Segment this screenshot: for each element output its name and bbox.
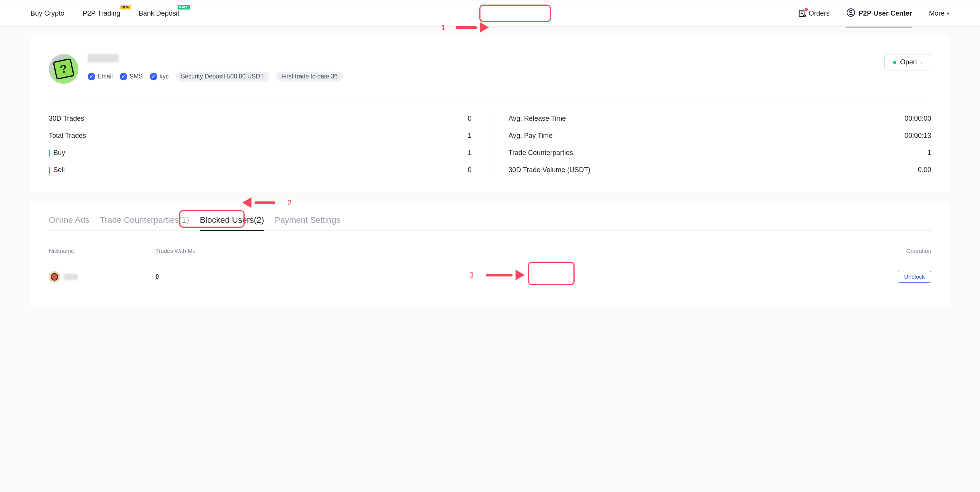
- stat-counterparties: Trade Counterparties1: [509, 149, 932, 157]
- nav-more[interactable]: More ▾: [929, 10, 950, 18]
- verify-sms: ✓SMS: [120, 73, 143, 80]
- stat-label: Avg. Pay Time: [509, 132, 553, 140]
- badge-0fee: 0 FEE: [178, 5, 190, 10]
- nav-buy-crypto[interactable]: Buy Crypto: [30, 10, 64, 18]
- stat-value: 00:00:00: [905, 115, 931, 123]
- col-header-operation: Operation: [886, 248, 931, 254]
- stat-total-trades: Total Trades1: [49, 132, 472, 140]
- orders-icon: [798, 9, 806, 18]
- nav-bank-deposit[interactable]: Bank Deposit 0 FEE: [139, 10, 179, 18]
- nav-p2p-trading-label: P2P Trading: [83, 10, 120, 18]
- svg-point-3: [804, 15, 806, 17]
- tab-blocked-users[interactable]: Blocked Users(2): [200, 215, 264, 225]
- stat-label: Avg. Release Time: [509, 115, 566, 123]
- stat-value: 1: [927, 149, 931, 157]
- col-header-trades: Trades With Me: [155, 248, 886, 254]
- user-icon: [846, 8, 855, 19]
- chevron-right-icon: ›: [921, 59, 922, 65]
- badge-new: NEW: [120, 5, 131, 10]
- table-row: 0 Unblock: [49, 265, 931, 289]
- nav-orders-label: Orders: [809, 10, 829, 18]
- stat-sell: Sell0: [49, 166, 472, 174]
- stat-30d-trades: 30D Trades0: [49, 115, 472, 123]
- tab-online-ads[interactable]: Online Ads: [49, 215, 89, 225]
- tab-payment-settings[interactable]: Payment Settings: [275, 215, 340, 225]
- stat-value: 1: [468, 149, 471, 157]
- first-trade-pill: First trade to date 36: [276, 72, 343, 81]
- active-underline: [200, 230, 264, 231]
- profile-card: ? ✓Email ✓SMS ✓kyc Security Deposit 500.…: [30, 36, 950, 192]
- stat-label: 30D Trade Volume (USDT): [509, 166, 591, 174]
- check-icon: ✓: [150, 73, 157, 80]
- stat-label: Sell: [53, 166, 65, 174]
- nav-bank-deposit-label: Bank Deposit: [139, 10, 179, 18]
- nav-orders[interactable]: Orders: [798, 9, 829, 18]
- nav-more-label: More: [929, 10, 945, 18]
- stat-value: 0: [468, 166, 471, 174]
- status-dot-icon: [893, 61, 896, 64]
- buy-indicator-icon: [49, 150, 50, 157]
- table-header: Nickname Trades With Me Operation: [49, 248, 931, 254]
- unblock-button[interactable]: Unblock: [898, 271, 931, 283]
- open-status-button[interactable]: Open ›: [884, 54, 931, 70]
- stat-label: Buy: [53, 149, 65, 157]
- nickname-redacted: [88, 54, 119, 62]
- stat-30d-volume: 30D Trade Volume (USDT)0.00: [509, 166, 932, 174]
- verify-kyc: ✓kyc: [150, 73, 169, 80]
- tab-trade-counterparties[interactable]: Trade Counterparties(1): [100, 215, 189, 225]
- tabs-row: Online Ads Trade Counterparties(1) Block…: [49, 215, 931, 231]
- sell-indicator-icon: [49, 167, 50, 174]
- active-underline: [846, 27, 912, 27]
- stat-buy: Buy1: [49, 149, 472, 157]
- notification-dot: [805, 8, 808, 11]
- stat-label: Total Trades: [49, 132, 86, 140]
- check-icon: ✓: [120, 73, 127, 80]
- stat-label: 30D Trades: [49, 115, 84, 123]
- nav-p2p-user-center[interactable]: P2P User Center: [843, 6, 915, 21]
- verify-email: ✓Email: [88, 73, 113, 80]
- verify-sms-label: SMS: [130, 73, 143, 80]
- svg-point-5: [850, 10, 852, 13]
- tab-blocked-users-label: Blocked Users(2): [200, 215, 264, 225]
- top-nav: Buy Crypto P2P Trading NEW Bank Deposit …: [0, 0, 980, 27]
- nav-p2p-user-center-label: P2P User Center: [858, 10, 912, 18]
- col-header-nickname: Nickname: [49, 248, 155, 254]
- verify-kyc-label: kyc: [160, 73, 169, 80]
- row-avatar: [49, 271, 60, 283]
- stat-avg-release: Avg. Release Time00:00:00: [509, 115, 932, 123]
- avatar: ?: [49, 54, 78, 84]
- stat-avg-pay: Avg. Pay Time00:00:13: [509, 132, 932, 140]
- security-deposit-pill: Security Deposit 500.00 USDT: [176, 72, 269, 81]
- stat-value: 00:00:13: [905, 132, 931, 140]
- blocked-users-card: Online Ads Trade Counterparties(1) Block…: [30, 201, 950, 307]
- stats-section: 30D Trades0 Total Trades1 Buy1 Sell0 Avg…: [49, 115, 931, 174]
- verify-email-label: Email: [98, 73, 113, 80]
- stat-label: Trade Counterparties: [509, 149, 573, 157]
- stat-value: 0: [468, 115, 471, 123]
- row-nickname-redacted: [64, 274, 78, 280]
- chevron-down-icon: ▾: [947, 10, 950, 16]
- nav-p2p-trading[interactable]: P2P Trading NEW: [83, 10, 120, 18]
- stat-value: 0.00: [918, 166, 931, 174]
- divider: [49, 99, 931, 99]
- stat-value: 1: [468, 132, 471, 140]
- open-status-label: Open: [900, 58, 917, 66]
- row-trades-value: 0: [155, 273, 886, 280]
- check-icon: ✓: [88, 73, 95, 80]
- nav-buy-crypto-label: Buy Crypto: [30, 10, 64, 18]
